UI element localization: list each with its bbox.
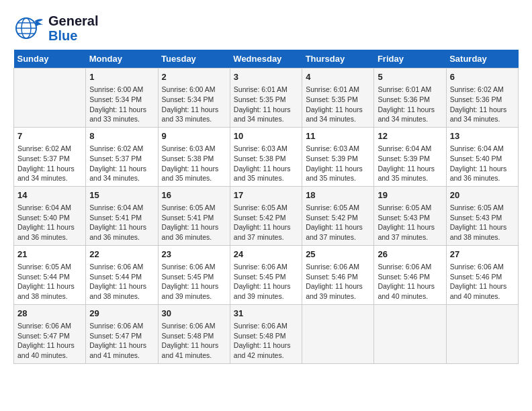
page-header: General Blue bbox=[13, 13, 519, 43]
calendar-cell: 22Sunrise: 6:06 AM Sunset: 5:44 PM Dayli… bbox=[86, 245, 158, 304]
calendar-cell: 30Sunrise: 6:06 AM Sunset: 5:48 PM Dayli… bbox=[158, 304, 230, 363]
calendar-cell: 9Sunrise: 6:03 AM Sunset: 5:38 PM Daylig… bbox=[158, 127, 230, 186]
day-of-week-header: Friday bbox=[374, 50, 446, 68]
day-number: 2 bbox=[162, 71, 226, 83]
calendar-cell: 28Sunrise: 6:06 AM Sunset: 5:47 PM Dayli… bbox=[14, 304, 86, 363]
calendar-cell: 26Sunrise: 6:06 AM Sunset: 5:46 PM Dayli… bbox=[374, 245, 446, 304]
day-number: 15 bbox=[89, 189, 154, 201]
calendar-cell: 3Sunrise: 6:01 AM Sunset: 5:35 PM Daylig… bbox=[230, 68, 302, 128]
day-info: Sunrise: 6:06 AM Sunset: 5:45 PM Dayligh… bbox=[162, 262, 226, 302]
calendar-body: 1Sunrise: 6:00 AM Sunset: 5:34 PM Daylig… bbox=[14, 68, 519, 364]
day-info: Sunrise: 6:05 AM Sunset: 5:43 PM Dayligh… bbox=[450, 203, 515, 242]
day-info: Sunrise: 6:00 AM Sunset: 5:34 PM Dayligh… bbox=[89, 85, 154, 124]
day-info: Sunrise: 6:00 AM Sunset: 5:34 PM Dayligh… bbox=[162, 85, 226, 124]
day-number: 27 bbox=[450, 248, 515, 261]
day-info: Sunrise: 6:02 AM Sunset: 5:37 PM Dayligh… bbox=[89, 144, 154, 183]
day-info: Sunrise: 6:05 AM Sunset: 5:43 PM Dayligh… bbox=[378, 203, 442, 242]
day-number: 3 bbox=[234, 71, 298, 83]
calendar-cell: 18Sunrise: 6:05 AM Sunset: 5:42 PM Dayli… bbox=[302, 186, 374, 245]
calendar-cell: 12Sunrise: 6:04 AM Sunset: 5:39 PM Dayli… bbox=[374, 127, 446, 186]
day-info: Sunrise: 6:02 AM Sunset: 5:37 PM Dayligh… bbox=[17, 144, 82, 183]
calendar-cell: 21Sunrise: 6:05 AM Sunset: 5:44 PM Dayli… bbox=[14, 245, 86, 304]
calendar-cell: 29Sunrise: 6:06 AM Sunset: 5:47 PM Dayli… bbox=[86, 304, 158, 363]
day-number: 13 bbox=[450, 130, 515, 142]
calendar-cell: 7Sunrise: 6:02 AM Sunset: 5:37 PM Daylig… bbox=[14, 127, 86, 186]
day-info: Sunrise: 6:01 AM Sunset: 5:36 PM Dayligh… bbox=[378, 85, 442, 124]
day-of-week-header: Sunday bbox=[14, 50, 86, 68]
calendar-cell bbox=[374, 304, 446, 363]
calendar-cell: 5Sunrise: 6:01 AM Sunset: 5:36 PM Daylig… bbox=[374, 68, 446, 128]
calendar-table: SundayMondayTuesdayWednesdayThursdayFrid… bbox=[13, 50, 519, 364]
calendar-header-row: SundayMondayTuesdayWednesdayThursdayFrid… bbox=[14, 50, 519, 68]
calendar-cell: 27Sunrise: 6:06 AM Sunset: 5:46 PM Dayli… bbox=[446, 245, 518, 304]
calendar-cell: 2Sunrise: 6:00 AM Sunset: 5:34 PM Daylig… bbox=[158, 68, 230, 128]
day-number: 29 bbox=[89, 308, 154, 320]
day-info: Sunrise: 6:04 AM Sunset: 5:41 PM Dayligh… bbox=[89, 203, 154, 242]
day-of-week-header: Monday bbox=[86, 50, 158, 68]
calendar-cell: 11Sunrise: 6:03 AM Sunset: 5:39 PM Dayli… bbox=[302, 127, 374, 186]
day-number: 4 bbox=[306, 71, 370, 83]
day-number: 7 bbox=[17, 130, 82, 142]
day-info: Sunrise: 6:06 AM Sunset: 5:46 PM Dayligh… bbox=[306, 262, 370, 302]
day-info: Sunrise: 6:06 AM Sunset: 5:45 PM Dayligh… bbox=[234, 262, 298, 302]
calendar-cell: 1Sunrise: 6:00 AM Sunset: 5:34 PM Daylig… bbox=[86, 68, 158, 128]
calendar-cell: 25Sunrise: 6:06 AM Sunset: 5:46 PM Dayli… bbox=[302, 245, 374, 304]
day-number: 8 bbox=[89, 130, 154, 142]
calendar-cell: 6Sunrise: 6:02 AM Sunset: 5:36 PM Daylig… bbox=[446, 68, 518, 128]
calendar-week-row: 1Sunrise: 6:00 AM Sunset: 5:34 PM Daylig… bbox=[14, 68, 519, 128]
calendar-week-row: 21Sunrise: 6:05 AM Sunset: 5:44 PM Dayli… bbox=[14, 245, 519, 304]
day-info: Sunrise: 6:05 AM Sunset: 5:41 PM Dayligh… bbox=[162, 203, 226, 242]
day-number: 26 bbox=[378, 248, 442, 261]
day-number: 1 bbox=[89, 71, 154, 83]
day-number: 12 bbox=[378, 130, 442, 142]
day-info: Sunrise: 6:02 AM Sunset: 5:36 PM Dayligh… bbox=[450, 85, 515, 124]
logo: General Blue bbox=[13, 13, 98, 43]
day-info: Sunrise: 6:04 AM Sunset: 5:39 PM Dayligh… bbox=[378, 144, 442, 183]
day-info: Sunrise: 6:05 AM Sunset: 5:44 PM Dayligh… bbox=[17, 262, 82, 302]
day-info: Sunrise: 6:06 AM Sunset: 5:46 PM Dayligh… bbox=[378, 262, 442, 302]
calendar-cell: 4Sunrise: 6:01 AM Sunset: 5:35 PM Daylig… bbox=[302, 68, 374, 128]
calendar-cell: 23Sunrise: 6:06 AM Sunset: 5:45 PM Dayli… bbox=[158, 245, 230, 304]
day-info: Sunrise: 6:05 AM Sunset: 5:42 PM Dayligh… bbox=[306, 203, 370, 242]
day-info: Sunrise: 6:06 AM Sunset: 5:47 PM Dayligh… bbox=[17, 321, 82, 361]
day-info: Sunrise: 6:04 AM Sunset: 5:40 PM Dayligh… bbox=[450, 144, 515, 183]
day-number: 5 bbox=[378, 71, 442, 83]
calendar-week-row: 28Sunrise: 6:06 AM Sunset: 5:47 PM Dayli… bbox=[14, 304, 519, 363]
logo-icon bbox=[13, 15, 46, 41]
day-number: 19 bbox=[378, 189, 442, 201]
day-of-week-header: Thursday bbox=[302, 50, 374, 68]
day-info: Sunrise: 6:03 AM Sunset: 5:38 PM Dayligh… bbox=[162, 144, 226, 183]
calendar-cell: 31Sunrise: 6:06 AM Sunset: 5:48 PM Dayli… bbox=[230, 304, 302, 363]
day-info: Sunrise: 6:05 AM Sunset: 5:42 PM Dayligh… bbox=[234, 203, 298, 242]
day-number: 10 bbox=[234, 130, 298, 142]
calendar-cell: 10Sunrise: 6:03 AM Sunset: 5:38 PM Dayli… bbox=[230, 127, 302, 186]
day-info: Sunrise: 6:06 AM Sunset: 5:44 PM Dayligh… bbox=[89, 262, 154, 302]
calendar-cell: 15Sunrise: 6:04 AM Sunset: 5:41 PM Dayli… bbox=[86, 186, 158, 245]
day-number: 17 bbox=[234, 189, 298, 201]
day-info: Sunrise: 6:04 AM Sunset: 5:40 PM Dayligh… bbox=[17, 203, 82, 242]
day-of-week-header: Saturday bbox=[446, 50, 518, 68]
day-info: Sunrise: 6:01 AM Sunset: 5:35 PM Dayligh… bbox=[234, 85, 298, 124]
calendar-cell: 16Sunrise: 6:05 AM Sunset: 5:41 PM Dayli… bbox=[158, 186, 230, 245]
calendar-cell bbox=[14, 68, 86, 128]
calendar-cell: 17Sunrise: 6:05 AM Sunset: 5:42 PM Dayli… bbox=[230, 186, 302, 245]
logo-blue: Blue bbox=[48, 28, 98, 43]
day-of-week-header: Tuesday bbox=[158, 50, 230, 68]
day-info: Sunrise: 6:06 AM Sunset: 5:47 PM Dayligh… bbox=[89, 321, 154, 361]
calendar-cell: 24Sunrise: 6:06 AM Sunset: 5:45 PM Dayli… bbox=[230, 245, 302, 304]
day-number: 11 bbox=[306, 130, 370, 142]
day-number: 6 bbox=[450, 71, 515, 83]
day-number: 31 bbox=[234, 308, 298, 320]
day-info: Sunrise: 6:03 AM Sunset: 5:39 PM Dayligh… bbox=[306, 144, 370, 183]
calendar-cell: 8Sunrise: 6:02 AM Sunset: 5:37 PM Daylig… bbox=[86, 127, 158, 186]
day-info: Sunrise: 6:03 AM Sunset: 5:38 PM Dayligh… bbox=[234, 144, 298, 183]
day-number: 21 bbox=[17, 248, 82, 261]
day-info: Sunrise: 6:06 AM Sunset: 5:46 PM Dayligh… bbox=[450, 262, 515, 302]
day-number: 23 bbox=[162, 248, 226, 261]
day-info: Sunrise: 6:06 AM Sunset: 5:48 PM Dayligh… bbox=[162, 321, 226, 361]
day-info: Sunrise: 6:06 AM Sunset: 5:48 PM Dayligh… bbox=[234, 321, 298, 361]
calendar-cell bbox=[446, 304, 518, 363]
day-number: 16 bbox=[162, 189, 226, 201]
calendar-cell: 13Sunrise: 6:04 AM Sunset: 5:40 PM Dayli… bbox=[446, 127, 518, 186]
day-number: 25 bbox=[306, 248, 370, 261]
